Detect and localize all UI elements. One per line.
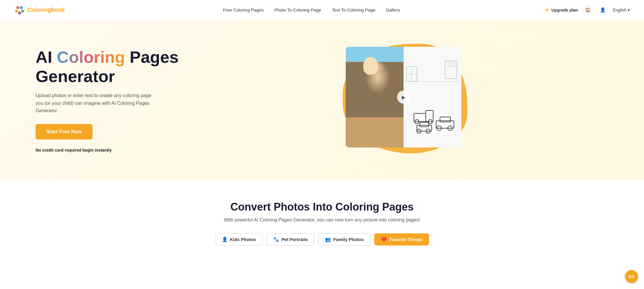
hero-section: AI Coloring Pages Generator Upload photo…: [0, 20, 644, 180]
nav-text-coloring[interactable]: Text To Coloring Page: [332, 7, 375, 12]
play-icon: ▶: [402, 94, 405, 100]
svg-point-1: [16, 6, 19, 9]
svg-rect-6: [417, 125, 432, 131]
kids-icon: 👤: [222, 237, 228, 242]
hero-subtitle: Upload photos or enter text to create an…: [36, 92, 160, 115]
hero-right: ▶: [190, 38, 620, 162]
upgrade-plan-button[interactable]: ⚡ Upgrade plan: [544, 7, 578, 13]
logo[interactable]: Coloringbook: [14, 5, 65, 15]
coloring-half: [404, 47, 461, 147]
photo-half: [346, 47, 404, 147]
svg-rect-21: [452, 62, 455, 67]
play-button[interactable]: ▶: [397, 91, 410, 104]
logo-icon: [14, 5, 25, 15]
convert-section: Convert Photos Into Coloring Pages With …: [0, 180, 644, 257]
convert-title: Convert Photos Into Coloring Pages: [14, 201, 630, 213]
hero-image-container: ▶: [337, 41, 473, 159]
favorites-label: Favorite Things: [389, 237, 423, 242]
nav-links: Free Coloring Pages Photo To Coloring Pa…: [79, 7, 544, 12]
tab-pet-portraits[interactable]: 🐾 Pet Portraits: [266, 233, 315, 245]
child-photo: [346, 47, 404, 147]
pets-label: Pet Portraits: [281, 237, 308, 242]
logo-text: Coloringbook: [27, 7, 65, 13]
svg-rect-20: [448, 62, 451, 67]
nav-free-coloring[interactable]: Free Coloring Pages: [223, 7, 264, 12]
kids-label: Kids Photos: [230, 237, 256, 242]
hero-left: AI Coloring Pages Generator Upload photo…: [36, 48, 190, 152]
svg-point-2: [20, 6, 23, 9]
tab-favorite-things[interactable]: ❤️ Favorite Things: [374, 233, 429, 245]
svg-point-3: [15, 10, 18, 13]
hero-title-pages: Pages: [125, 48, 179, 66]
hero-title: AI Coloring Pages Generator: [36, 48, 190, 86]
hero-title-ai: AI: [36, 48, 57, 66]
navbar: Coloringbook Free Coloring Pages Photo T…: [0, 0, 644, 20]
svg-rect-14: [414, 113, 426, 122]
hero-photo-frame: ▶: [346, 47, 461, 147]
start-free-now-button[interactable]: Start Free Now: [36, 124, 93, 139]
hero-title-coloring: Coloring: [57, 48, 125, 66]
nav-gallery[interactable]: Gallery: [386, 7, 400, 12]
heart-icon: ❤️: [381, 237, 387, 242]
convert-subtitle: With powerful AI Coloring Pages Generato…: [14, 217, 630, 223]
pets-icon: 🐾: [273, 237, 279, 242]
no-card-text: No credit card required begin instantly: [36, 148, 190, 152]
user-avatar[interactable]: 👤: [598, 5, 608, 15]
tab-kids-photos[interactable]: 👤 Kids Photos: [215, 233, 263, 245]
cars-coloring-svg: [412, 106, 460, 142]
hero-title-generator: Generator: [36, 67, 115, 86]
chevron-down-icon: ▾: [628, 8, 630, 12]
room-coloring-svg: [404, 47, 461, 107]
family-icon: 👥: [325, 237, 331, 242]
category-tabs: 👤 Kids Photos 🐾 Pet Portraits 👥 Family P…: [14, 233, 630, 245]
svg-point-4: [21, 10, 24, 13]
language-selector[interactable]: English ▾: [613, 8, 630, 12]
tab-family-photos[interactable]: 👥 Family Photos: [318, 233, 371, 245]
nav-photo-coloring[interactable]: Photo To Coloring Page: [274, 7, 321, 12]
bolt-icon: ⚡: [544, 7, 550, 13]
home-button[interactable]: 🏠: [583, 5, 593, 15]
avatar-icon: 👤: [600, 7, 606, 13]
home-icon: 🏠: [585, 7, 591, 13]
svg-rect-7: [420, 122, 429, 127]
svg-rect-11: [440, 117, 450, 122]
nav-right: ⚡ Upgrade plan 🏠 👤 English ▾: [544, 5, 630, 15]
svg-point-5: [18, 12, 21, 15]
family-label: Family Photos: [333, 237, 364, 242]
